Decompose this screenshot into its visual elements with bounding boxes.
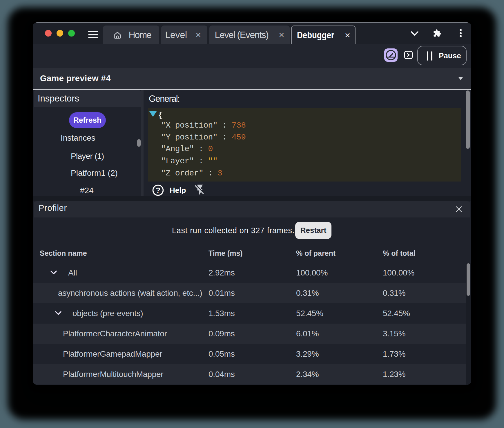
svg-text:?: ?: [156, 186, 160, 195]
